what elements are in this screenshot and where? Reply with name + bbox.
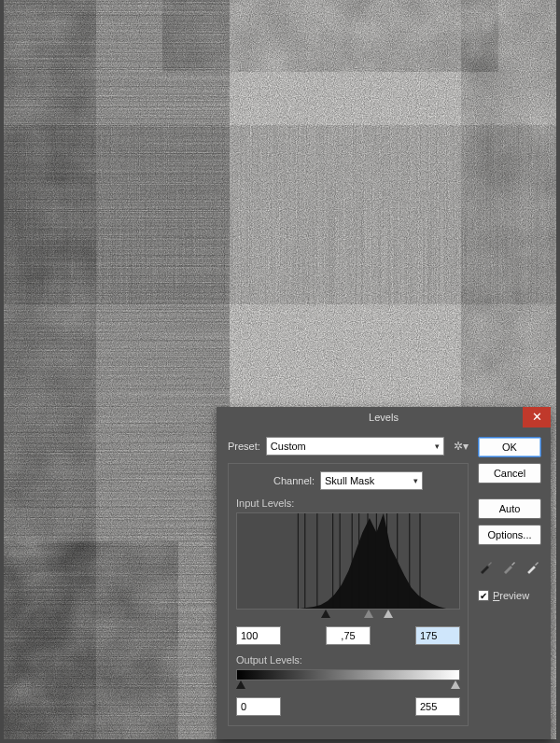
output-white-field[interactable] (415, 697, 460, 716)
input-black-slider[interactable] (321, 610, 330, 618)
histogram[interactable] (236, 512, 460, 610)
input-white-field[interactable] (415, 626, 460, 645)
svg-rect-7 (190, 0, 470, 65)
levels-dialog: Levels ✕ Preset: Custom ▾ ✲▾ Channel: Sk… (217, 407, 551, 739)
input-levels-label: Input Levels: (236, 498, 460, 509)
preview-label: Preview (493, 590, 529, 601)
black-point-eyedropper[interactable] (478, 558, 495, 575)
output-black-slider[interactable] (236, 680, 245, 689)
preset-value: Custom (271, 441, 306, 452)
chevron-down-icon: ▾ (435, 442, 440, 451)
preset-dropdown[interactable]: Custom ▾ (266, 437, 444, 456)
channel-value: Skull Mask (325, 475, 374, 486)
output-gradient[interactable] (236, 669, 460, 680)
channel-label: Channel: (273, 475, 315, 486)
preview-checkbox[interactable]: ✔ Preview (478, 590, 541, 601)
dialog-titlebar[interactable]: Levels ✕ (217, 407, 551, 428)
preset-menu-icon[interactable]: ✲▾ (454, 440, 469, 453)
white-point-eyedropper[interactable] (525, 558, 541, 575)
ok-button[interactable]: OK (478, 437, 541, 457)
ruler-bottom (0, 739, 560, 743)
output-black-field[interactable] (236, 697, 281, 716)
close-button[interactable]: ✕ (523, 407, 551, 428)
output-levels-label: Output Levels: (236, 654, 460, 666)
ruler-right (556, 0, 560, 743)
cancel-button[interactable]: Cancel (478, 463, 541, 484)
checkbox-icon: ✔ (478, 590, 489, 601)
input-gamma-slider[interactable] (364, 610, 373, 618)
dialog-title: Levels (369, 412, 399, 423)
chevron-down-icon: ▾ (413, 476, 418, 485)
output-white-slider[interactable] (451, 680, 460, 689)
options-button[interactable]: Options... (478, 525, 541, 545)
output-slider-track[interactable] (236, 680, 460, 692)
input-white-slider[interactable] (384, 610, 393, 618)
levels-fieldset: Channel: Skull Mask ▾ Input Levels: (228, 463, 469, 726)
input-slider-track[interactable] (236, 610, 460, 621)
svg-rect-5 (4, 560, 162, 739)
input-black-field[interactable] (236, 626, 281, 645)
preset-label: Preset: (228, 441, 260, 452)
channel-dropdown[interactable]: Skull Mask ▾ (320, 471, 423, 490)
auto-button[interactable]: Auto (478, 498, 541, 519)
gray-point-eyedropper[interactable] (501, 558, 518, 575)
input-gamma-field[interactable] (326, 626, 371, 645)
